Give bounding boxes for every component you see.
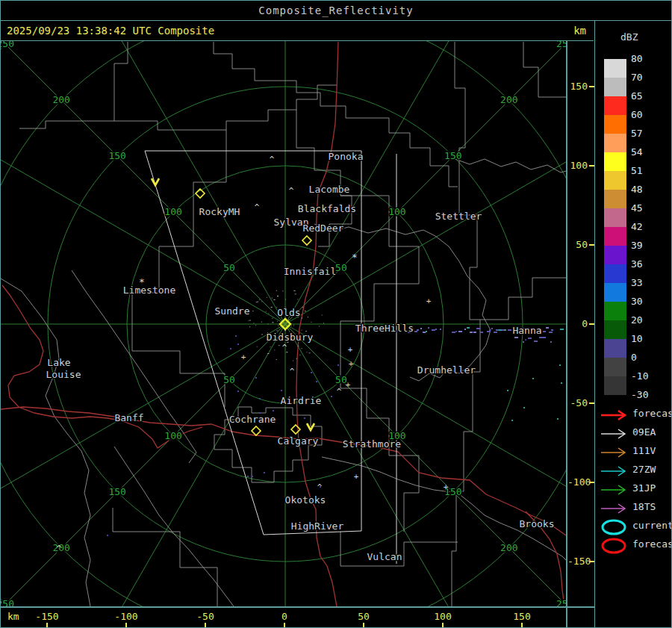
town-plus-marker: + — [444, 482, 449, 492]
range-ring-label: 150 — [444, 150, 461, 161]
scale-swatch — [604, 302, 626, 320]
legend-label: 111V — [632, 445, 656, 456]
map-boundary — [19, 42, 128, 128]
echo-segment — [417, 329, 419, 331]
echo-segment — [426, 331, 427, 332]
city-label-strathmore: Strathmore — [343, 438, 401, 450]
map-boundary — [132, 130, 226, 407]
city-label-drumheller: Drumheller — [417, 364, 476, 376]
echo-speck-teal — [557, 418, 559, 420]
clutter-speck — [293, 325, 294, 326]
echo-speck — [337, 364, 339, 366]
legend-arrow-icon — [600, 407, 629, 423]
storm-diamond-marker[interactable] — [302, 236, 311, 245]
town-caret-marker: ^ — [255, 202, 260, 212]
clutter-speck — [270, 346, 271, 347]
clutter-speck — [249, 320, 251, 321]
legend-arrow-icon — [600, 444, 629, 461]
clutter-speck — [309, 352, 311, 353]
legend-arrow-icon — [600, 463, 629, 479]
range-ring-label: 150 — [108, 150, 125, 161]
scale-tick-label: -10 — [631, 370, 661, 382]
echo-segment — [420, 328, 422, 329]
right-tick-label: 0 — [567, 318, 588, 330]
town-caret-marker: ^ — [317, 482, 323, 492]
echo-segment — [455, 331, 457, 332]
radar-map-view[interactable]: 5050505010010010010015015015015020020020… — [1, 41, 566, 606]
range-ring-label: 50 — [335, 262, 347, 273]
radar-app-window: Composite_Reflectivity 2025/09/23 13:38:… — [0, 0, 672, 628]
map-road — [2, 285, 202, 448]
echo-speck — [237, 343, 239, 345]
echo-speck-blue — [107, 535, 108, 536]
legend-item-forecast: forecast — [600, 405, 671, 423]
echo-segment — [489, 329, 491, 331]
range-ring-label: 250 — [1, 598, 14, 606]
scale-swatch — [604, 96, 626, 115]
echo-segment — [467, 327, 470, 329]
scale-tick-label: 30 — [631, 296, 661, 308]
right-tick-label: 150 — [567, 81, 588, 93]
bottom-tick-label: 50 — [358, 611, 370, 622]
echo-segment — [470, 332, 473, 333]
scale-swatch — [604, 320, 626, 339]
scale-swatch — [604, 358, 626, 376]
echo-speck — [331, 396, 332, 397]
town-caret-marker: ^ — [337, 387, 342, 397]
clutter-speck — [302, 330, 302, 331]
scale-swatch — [604, 78, 626, 96]
range-ring-label: 50 — [223, 374, 235, 385]
storm-diamond-marker[interactable] — [291, 425, 300, 434]
range-ring-label: 200 — [52, 94, 69, 105]
map-boundary — [480, 278, 566, 320]
storm-vector-marker[interactable] — [152, 178, 159, 185]
echo-speck — [255, 377, 257, 379]
range-ring-label: 100 — [388, 206, 405, 217]
echo-speck-teal — [511, 420, 513, 421]
scale-tick-label: 0 — [631, 352, 661, 364]
city-label-blackfalds: Blackfalds — [298, 203, 356, 214]
scale-swatch — [604, 227, 626, 246]
scale-swatch — [604, 246, 626, 264]
scale-tick-label: 45 — [631, 202, 661, 214]
city-label-ponoka: Ponoka — [329, 151, 364, 162]
radar-map-svg[interactable]: 5050505010010010010015015015015020020020… — [1, 41, 566, 606]
echo-segment — [464, 329, 466, 330]
legend-label: 18TS — [632, 501, 656, 512]
echo-segment — [473, 332, 476, 333]
range-ring-label: 250 — [556, 41, 566, 49]
scale-swatch — [604, 134, 626, 152]
city-label-calgary: Calgary — [278, 435, 319, 447]
bottom-tick-label: -50 — [196, 611, 214, 622]
range-ring-label: 250 — [1, 41, 14, 49]
clutter-speck — [249, 320, 249, 321]
clutter-speck — [257, 346, 258, 347]
echo-speck-blue — [247, 476, 249, 477]
bottom-tick-mark — [521, 623, 523, 628]
city-label-hanna: Hanna — [512, 325, 541, 336]
city-label-reddeer: RedDeer — [303, 223, 344, 234]
legend-item-09EA: 09EA — [600, 424, 671, 442]
timestamp-label: 2025/09/23 13:38:42 UTC Composite — [7, 25, 214, 37]
storm-diamond-marker[interactable] — [252, 426, 261, 435]
echo-segment — [543, 337, 546, 338]
clutter-speck — [302, 317, 302, 318]
city-label-limestone: Limestone — [123, 285, 176, 296]
clutter-speck — [276, 290, 277, 291]
clutter-speck — [274, 349, 275, 350]
town-plus-marker: + — [348, 345, 353, 355]
city-label-didsbury: Didsbury — [267, 332, 314, 343]
clutter-speck — [261, 334, 263, 335]
map-boundary — [453, 158, 566, 172]
legend-arrow-icon — [600, 426, 629, 442]
scale-tick-label: 65 — [631, 90, 661, 102]
scale-swatch — [604, 115, 626, 134]
city-label-okotoks: Okotoks — [285, 494, 326, 506]
city-label-sundre: Sundre — [215, 305, 250, 317]
town-caret-marker: ^ — [57, 544, 62, 553]
clutter-speck — [271, 307, 273, 308]
bottom-axis: km -150-100-50050100150 — [0, 606, 594, 628]
right-tick-label: 100 — [567, 160, 588, 172]
echo-segment — [435, 329, 437, 330]
town-plus-marker: + — [349, 359, 354, 369]
